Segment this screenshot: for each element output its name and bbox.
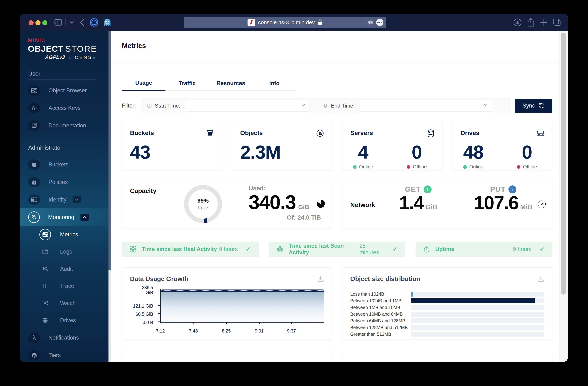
sidebar-item-label: Access Keys bbox=[48, 105, 81, 111]
back-button-icon[interactable] bbox=[78, 18, 86, 27]
dist-track bbox=[411, 292, 544, 297]
usage-plot bbox=[160, 289, 324, 323]
pie-chart-icon bbox=[316, 200, 325, 208]
sidebar: MINIO OBJECTSTORE AGPLv3 LICENSE User Ob… bbox=[20, 31, 111, 362]
dist-label: Between 128MB and 512MB bbox=[350, 325, 411, 330]
zoom-window-button[interactable] bbox=[42, 20, 47, 25]
sidebar-item-label: Notifications bbox=[48, 334, 79, 341]
sidebar-subitem-watch[interactable]: Watch bbox=[20, 295, 111, 312]
lock-icon bbox=[318, 19, 322, 25]
sidebar-subitem-drives[interactable]: Drives bbox=[20, 312, 111, 329]
sidebar-subitem-logs[interactable]: Logs bbox=[20, 243, 111, 260]
browser-window: console.ns-3.ic.min.dev ••• bbox=[20, 14, 568, 362]
start-time-select[interactable] bbox=[185, 100, 310, 111]
close-window-button[interactable] bbox=[29, 20, 34, 25]
sidebar-item-label: Policies bbox=[48, 179, 68, 185]
watch-icon bbox=[40, 297, 51, 309]
servers-online-count: 4 bbox=[358, 142, 368, 163]
sidebar-scrollbar[interactable] bbox=[108, 31, 111, 362]
sidebar-subitem-trace[interactable]: Trace bbox=[20, 277, 111, 295]
network-title: Network bbox=[350, 201, 375, 208]
dist-track bbox=[411, 298, 544, 303]
chevron-down-icon[interactable] bbox=[68, 18, 76, 27]
sidebar-item-access-keys[interactable]: Access Keys bbox=[20, 99, 111, 117]
sidebar-item-documentation[interactable]: Documentation bbox=[20, 117, 111, 134]
dist-rows: Less than 1024B Between 1024B and 1MB Be… bbox=[350, 291, 544, 338]
sidebar-toggle-icon[interactable] bbox=[54, 18, 63, 27]
tab-usage[interactable]: Usage bbox=[122, 76, 166, 91]
uptime-banner: Uptime 9 hours ✓ bbox=[416, 242, 552, 257]
data-usage-growth-title: Data Usage Growth bbox=[130, 275, 324, 283]
monitoring-collapse-chevron-icon[interactable] bbox=[81, 214, 89, 221]
address-bar[interactable]: console.ns-3.ic.min.dev ••• bbox=[184, 17, 386, 28]
banner-value: 9 hours bbox=[219, 246, 238, 252]
sidebar-subitem-metrics[interactable]: Metrics bbox=[20, 226, 111, 243]
sidebar-item-monitoring[interactable]: Monitoring bbox=[20, 208, 111, 226]
tab-overview-icon[interactable] bbox=[553, 18, 561, 27]
sidebar-subitem-audit[interactable]: Audit bbox=[20, 260, 111, 277]
identity-expand-chevron-icon[interactable] bbox=[73, 196, 81, 203]
tab-resources[interactable]: Resources bbox=[209, 76, 252, 91]
drive-icon bbox=[537, 129, 544, 136]
object-size-distribution-title: Object size distribution bbox=[350, 275, 544, 283]
share-icon[interactable] bbox=[526, 18, 535, 27]
chevron-down-icon bbox=[483, 103, 488, 106]
onepassword-extension-icon[interactable] bbox=[90, 18, 98, 27]
speedometer-icon bbox=[538, 200, 546, 208]
ghostery-extension-icon[interactable] bbox=[103, 18, 112, 27]
download-chart-icon[interactable] bbox=[317, 275, 324, 282]
banner-label: Time since last Scan Activity bbox=[289, 243, 359, 256]
sidebar-item-buckets[interactable]: Buckets bbox=[20, 156, 111, 173]
sidebar-subitem-label: Logs bbox=[60, 248, 72, 255]
objects-card: Objects 2.3M bbox=[232, 120, 332, 170]
sidebar-subitem-label: Metrics bbox=[60, 231, 78, 238]
sidebar-scrollbar-thumb[interactable] bbox=[108, 31, 111, 270]
usage-xaxis: 7:127:488:259:019:37 bbox=[160, 325, 324, 333]
dist-label: Between 64MB and 128MB bbox=[350, 318, 411, 324]
sidebar-item-object-browser[interactable]: Object Browser bbox=[20, 82, 111, 99]
sync-button-label: Sync bbox=[523, 102, 535, 109]
sync-icon bbox=[538, 103, 545, 109]
logs-icon bbox=[40, 246, 51, 258]
sidebar-item-notifications[interactable]: λ Notifications bbox=[20, 329, 111, 346]
dist-label: Greater than 512MB bbox=[350, 332, 411, 337]
drives-online-count: 48 bbox=[463, 142, 483, 163]
tiers-icon bbox=[28, 350, 40, 361]
monitoring-icon bbox=[28, 211, 40, 223]
dist-row: Greater than 512MB bbox=[350, 331, 544, 338]
usage-yaxis: 239.5 GiB121.1 GiB60.5 GiB0.0 B bbox=[130, 289, 157, 323]
capacity-total-label: Of: 24.0 TiB bbox=[249, 214, 321, 221]
minimize-window-button[interactable] bbox=[35, 20, 41, 25]
page-scrollbar[interactable] bbox=[559, 31, 568, 362]
check-icon: ✓ bbox=[246, 246, 251, 253]
sidebar-item-identity[interactable]: Identity bbox=[20, 191, 111, 208]
sidebar-item-label: Documentation bbox=[48, 122, 86, 129]
new-tab-icon[interactable] bbox=[540, 18, 548, 27]
banner-value: 9 hours bbox=[513, 246, 532, 252]
page-options-icon[interactable]: ••• bbox=[376, 19, 383, 26]
sidebar-item-label: Identity bbox=[48, 196, 66, 203]
partial-card bbox=[342, 350, 552, 362]
product-store: STORE bbox=[65, 44, 97, 54]
data-usage-growth-card: Data Usage Growth 239.5 GiB121.1 GiB60.5… bbox=[122, 267, 332, 339]
heal-activity-banner: Time since last Heal Activity 9 hours ✓ bbox=[122, 242, 259, 257]
page-scrollbar-thumb[interactable] bbox=[561, 33, 566, 295]
sidebar-item-policies[interactable]: Policies bbox=[20, 173, 111, 191]
servers-icon bbox=[427, 129, 434, 137]
sidebar-item-label: Monitoring bbox=[48, 214, 74, 221]
tab-traffic[interactable]: Traffic bbox=[166, 76, 209, 91]
download-chart-icon[interactable] bbox=[537, 275, 544, 282]
sync-button[interactable]: Sync bbox=[515, 99, 553, 113]
tab-info[interactable]: Info bbox=[252, 76, 296, 91]
end-time-select[interactable] bbox=[359, 100, 492, 111]
downloads-icon[interactable] bbox=[513, 18, 522, 27]
sidebar-item-tiers[interactable]: Tiers bbox=[20, 346, 111, 362]
site-favicon bbox=[248, 19, 255, 26]
servers-card-title: Servers bbox=[350, 129, 434, 136]
sidebar-subitem-label: Trace bbox=[60, 283, 74, 289]
audio-mute-icon[interactable] bbox=[367, 20, 374, 25]
dist-row: Between 128MB and 512MB bbox=[350, 324, 544, 331]
dist-bar-fill bbox=[411, 292, 413, 297]
dist-track bbox=[411, 318, 544, 323]
url-text: console.ns-3.ic.min.dev bbox=[258, 19, 315, 25]
